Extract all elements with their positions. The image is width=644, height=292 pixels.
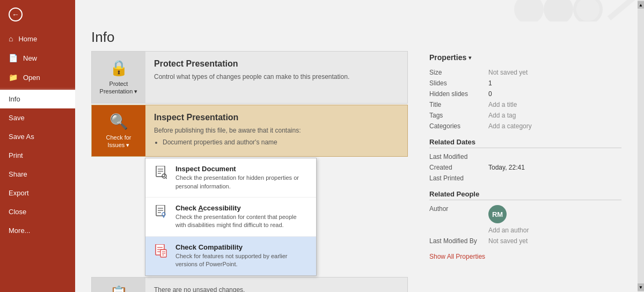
check-compatibility-icon [153, 243, 169, 259]
prop-row-created: Created Today, 22:41 [429, 162, 621, 173]
sidebar: ← ⌂ Home 📄 New 📁 Open Info Save Save As … [0, 0, 75, 292]
prop-value-categories[interactable]: Add a category [488, 121, 621, 132]
prop-label-author: Author [429, 203, 488, 236]
deco-target-icon [573, 0, 603, 21]
prop-value-last-modified-by: Not saved yet [488, 236, 621, 246]
prop-row-hidden-slides: Hidden slides 0 [429, 89, 621, 99]
properties-arrow: ▾ [469, 55, 471, 61]
scroll-up-button[interactable]: ▲ [638, 1, 644, 9]
scroll-down-button[interactable]: ▼ [638, 283, 644, 291]
new-icon: 📄 [9, 54, 18, 62]
deco-speaker-icon [544, 0, 573, 21]
inspect-card: 🔍 Check forIssues ▾ Inspect Presentation… [91, 105, 408, 157]
prop-row-last-modified: Last Modified [429, 151, 621, 162]
check-issues-dropdown: Inspect Document Check the presentation … [145, 158, 317, 275]
left-panel: 🔒 ProtectPresentation ▾ Protect Presenta… [91, 51, 424, 292]
protect-button[interactable]: 🔒 ProtectPresentation ▾ [92, 52, 145, 103]
manage-card: 📋 ManagePresentation ▾ There are no unsa… [91, 277, 408, 292]
inspect-document-item[interactable]: Inspect Document Check the presentation … [145, 158, 316, 198]
sidebar-item-open-label: Open [23, 74, 40, 82]
sidebar-item-home-label: Home [18, 35, 37, 43]
check-issues-button[interactable]: 🔍 Check forIssues ▾ [92, 105, 145, 157]
check-compatibility-item[interactable]: Check Compatibility Check for features n… [145, 237, 316, 275]
sidebar-item-share-label: Share [9, 170, 27, 178]
prop-value-slides: 1 [488, 78, 621, 89]
main-content: Info 🔒 ProtectPresentation ▾ Protect Pre… [75, 0, 638, 292]
avatar: RM [488, 205, 507, 223]
deco-pencil-icon [608, 0, 635, 20]
prop-label-slides: Slides [429, 78, 488, 89]
prop-label-hidden-slides: Hidden slides [429, 89, 488, 99]
manage-button[interactable]: 📋 ManagePresentation ▾ [92, 278, 145, 292]
sidebar-item-close[interactable]: Close [0, 202, 75, 221]
prop-label-title: Title [429, 99, 488, 110]
prop-value-author: RM Add an author [488, 203, 621, 236]
check-compatibility-text: Check Compatibility Check for features n… [175, 243, 309, 269]
lock-icon: 🔒 [109, 59, 128, 77]
back-icon: ← [9, 8, 23, 21]
sidebar-item-save-as-label: Save As [9, 133, 34, 141]
inspect-document-title: Inspect Document [175, 165, 309, 173]
manage-content: There are no unsaved changes. [145, 278, 407, 292]
sidebar-item-new[interactable]: 📄 New [0, 48, 75, 68]
prop-label-created: Created [429, 162, 488, 173]
sidebar-item-home[interactable]: ⌂ Home [0, 29, 75, 48]
inspect-bullets: Document properties and author's name [163, 137, 399, 147]
prop-value-last-printed [488, 173, 621, 184]
back-button[interactable]: ← [0, 0, 75, 29]
sidebar-item-share[interactable]: Share [0, 165, 75, 184]
prop-value-title[interactable]: Add a title [488, 99, 621, 110]
properties-table: Size Not saved yet Slides 1 Hidden slide… [429, 67, 621, 132]
scrollbar[interactable]: ▲ ▼ [638, 0, 644, 292]
prop-row-tags: Tags Add a tag [429, 110, 621, 121]
check-compatibility-title: Check Compatibility [175, 243, 309, 251]
manage-desc: There are no unsaved changes. [154, 285, 399, 292]
protect-dropdown-arrow: ▾ [134, 88, 137, 94]
inspect-document-icon [153, 165, 169, 181]
inspect-desc-text: Before publishing this file, be aware th… [154, 127, 301, 134]
sidebar-item-more-label: More... [9, 227, 30, 235]
svg-line-5 [166, 178, 167, 179]
sidebar-item-save[interactable]: Save [0, 108, 75, 127]
right-panel: Properties ▾ Size Not saved yet Slides 1… [424, 51, 621, 292]
check-accessibility-text: Check Accessibility Check the presentati… [175, 204, 309, 230]
decorative-header [75, 0, 638, 21]
sidebar-item-more[interactable]: More... [0, 221, 75, 240]
check-icon: 🔍 [109, 113, 128, 130]
prop-row-categories: Categories Add a category [429, 121, 621, 132]
check-accessibility-icon [153, 204, 169, 220]
protect-desc: Control what types of changes people can… [154, 72, 399, 82]
sidebar-item-print[interactable]: Print [0, 146, 75, 165]
sidebar-item-close-label: Close [9, 208, 26, 216]
prop-value-created: Today, 22:41 [488, 162, 621, 173]
inspect-document-desc: Check the presentation for hidden proper… [175, 174, 309, 191]
prop-label-last-modified: Last Modified [429, 151, 488, 162]
prop-value-last-modified [488, 151, 621, 162]
related-people-title: Related People [429, 190, 621, 200]
inspect-desc: Before publishing this file, be aware th… [154, 126, 399, 147]
prop-row-slides: Slides 1 [429, 78, 621, 89]
show-all-properties-link[interactable]: Show All Properties [429, 253, 621, 260]
sidebar-item-save-as[interactable]: Save As [0, 127, 75, 146]
prop-label-size: Size [429, 67, 488, 78]
sidebar-divider-1 [0, 88, 75, 89]
sidebar-item-export[interactable]: Export [0, 184, 75, 202]
check-compatibility-desc: Check for features not supported by earl… [175, 252, 309, 269]
properties-header[interactable]: Properties ▾ [429, 53, 621, 62]
check-dropdown-arrow: ▾ [126, 142, 129, 148]
add-author-link[interactable]: Add an author [488, 227, 621, 234]
prop-value-tags[interactable]: Add a tag [488, 110, 621, 121]
check-issues-label: Check forIssues ▾ [106, 134, 131, 149]
protect-title: Protect Presentation [154, 59, 399, 69]
open-icon: 📁 [9, 73, 18, 82]
manage-icon: 📋 [109, 285, 128, 292]
sidebar-item-save-label: Save [9, 114, 25, 122]
info-body: 🔒 ProtectPresentation ▾ Protect Presenta… [75, 51, 638, 292]
sidebar-item-info[interactable]: Info [0, 90, 75, 108]
protect-card: 🔒 ProtectPresentation ▾ Protect Presenta… [91, 51, 408, 104]
check-accessibility-item[interactable]: Check Accessibility Check the presentati… [145, 198, 316, 237]
sidebar-item-open[interactable]: 📁 Open [0, 68, 75, 87]
prop-label-last-printed: Last Printed [429, 173, 488, 184]
prop-row-last-modified-by: Last Modified By Not saved yet [429, 236, 621, 246]
protect-label: ProtectPresentation ▾ [100, 80, 138, 96]
